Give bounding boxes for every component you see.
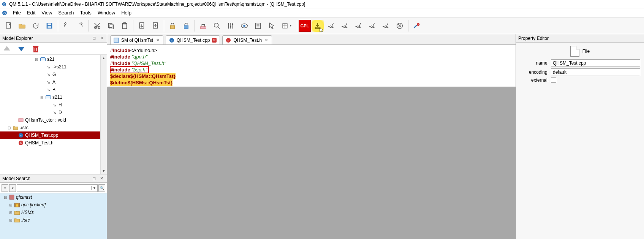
export-button[interactable] [149,20,161,32]
license-gpl-button[interactable]: GPL [299,20,311,32]
svg-rect-18 [201,26,206,28]
lock-button[interactable] [166,20,179,32]
h-file-icon: h [18,140,24,146]
tree-node-a[interactable]: ↘ A [0,78,107,86]
menu-file[interactable]: File [10,9,24,16]
svg-rect-17 [184,25,188,28]
build-button[interactable] [325,20,337,32]
search-result-hsms[interactable]: ⊞ HSMs [0,209,107,216]
undo-button[interactable] [60,20,73,32]
search-float-button[interactable]: ◻ [91,176,97,182]
panel-close-button[interactable]: ✕ [98,35,104,41]
delete-button[interactable] [31,44,40,53]
prop-external-checkbox[interactable] [551,78,556,83]
preview-button[interactable] [238,20,250,32]
app-icon: Q [2,2,7,7]
grid-dropdown-button[interactable]: ▼ [279,20,294,32]
tree-node-cpp-file[interactable]: c QHSM_Test.cpp [0,131,107,139]
scroll-up-button[interactable]: ▲ [101,55,107,61]
open-button[interactable] [16,20,28,32]
prop-encoding-input[interactable]: default [551,68,640,76]
unlock-button[interactable] [180,20,192,32]
cleanup-button[interactable] [197,20,209,32]
tab-close-icon[interactable]: ✕ [155,38,160,43]
tree-node-h-file[interactable]: h QHSM_Test.h [0,139,107,147]
code-editor[interactable]: #include<Arduino.h> #include "qpn.h" #in… [107,45,516,87]
tree-node-s211[interactable]: ⊟ s211 [0,93,107,101]
tree-node-ctor[interactable]: QHsmTst_ctor : void [0,116,107,124]
search-close-button[interactable]: ✕ [98,176,104,182]
import-button[interactable] [136,20,148,32]
package-locked-icon [14,202,20,208]
paste-button[interactable] [119,20,131,32]
search-results[interactable]: ⊟ qhsmtst ⊞ qpc [locked] ⊞ HSMs ⊞ [0,193,107,239]
prop-name-input[interactable]: QHSM_Test.cpp [551,59,640,67]
tree-node-to-s211[interactable]: ↘ ->s211 [0,63,107,71]
redo-button[interactable] [74,20,86,32]
tab-close-icon[interactable]: ✕ [212,38,217,43]
cpp-file-icon: c [169,38,174,43]
menu-search[interactable]: Search [55,9,77,16]
stop-build-button[interactable] [394,20,406,32]
menu-edit[interactable]: Edit [24,9,38,16]
zoom-button[interactable] [211,20,223,32]
tree-node-h[interactable]: ↘ H [0,101,107,109]
reload-button[interactable] [30,20,42,32]
cut-button[interactable] [91,20,103,32]
move-up-button[interactable] [2,44,11,53]
folder-icon [14,217,20,223]
copy-button[interactable] [105,20,117,32]
model-search-title: Model Search [2,176,30,181]
svg-rect-32 [19,119,23,122]
menu-help[interactable]: Help [118,9,134,16]
scroll-down-button[interactable]: ▼ [101,168,107,174]
tab-sm-diagram[interactable]: SM of QHsmTst ✕ [110,35,163,44]
tree-node-src-folder[interactable]: ⊟ ./src [0,124,107,131]
tree-node-g[interactable]: ↘ G [0,71,107,78]
build-3-button[interactable] [353,20,365,32]
tab-cpp[interactable]: c QHSM_Test.cpp ✕ [166,35,220,44]
search-result-src[interactable]: ⊞ ./src [0,216,107,224]
search-prev-button[interactable]: ▾ [2,184,8,192]
search-input[interactable]: ▼ [17,184,98,192]
diagram-icon [114,38,119,43]
svg-rect-7 [47,26,51,28]
tab-close-icon[interactable]: ✕ [264,38,269,43]
h-file-icon: h [226,38,231,43]
search-result-qpc[interactable]: ⊞ qpc [locked] [0,201,107,209]
panel-float-button[interactable]: ◻ [91,35,97,41]
build-5-button[interactable] [380,20,392,32]
tree-node-d[interactable]: ↘ D [0,109,107,116]
app-menu-icon[interactable]: Q [2,10,8,16]
settings-sliders-button[interactable] [225,20,237,32]
build-2-button[interactable] [339,20,351,32]
generate-code-button[interactable] [312,20,324,32]
transition-icon: ↘ [45,71,51,78]
tree-node-s21[interactable]: ⊟ s21 [0,55,107,63]
menu-window[interactable]: Window [95,9,118,16]
new-model-button[interactable] [2,20,14,32]
menu-tools[interactable]: Tools [77,9,95,16]
tab-h[interactable]: h QHSM_Test.h ✕ [222,35,272,44]
tree-node-b[interactable]: ↘ B [0,86,107,93]
search-history-button[interactable]: ▾ [9,184,16,192]
menu-view[interactable]: View [38,9,55,16]
save-button[interactable] [43,20,55,32]
model-icon [9,194,15,200]
manage-tools-button[interactable] [411,20,423,32]
model-explorer-title: Model Explorer [2,36,33,41]
build-4-button[interactable] [366,20,378,32]
model-search-header: Model Search ◻ ✕ [0,174,107,183]
editor-tabstrip: SM of QHsmTst ✕ c QHSM_Test.cpp ✕ h QHSM… [107,34,516,45]
folder-icon [13,125,19,131]
transition-icon: ↘ [45,64,51,70]
search-result-root[interactable]: ⊟ qhsmtst [0,193,107,201]
model-explorer-tree[interactable]: ⊟ s21 ↘ ->s211 ↘ G ↘ A ↘ B [0,55,107,174]
tree-scrollbar[interactable]: ▲ ▼ [100,55,107,174]
pointer-button[interactable] [266,20,278,32]
file-type-icon [570,46,579,57]
search-controls: ▾ ▾ ▼ 🔍 [0,183,107,193]
document-button[interactable] [252,20,264,32]
move-down-button[interactable] [17,44,26,53]
search-go-button[interactable]: 🔍 [98,184,105,192]
